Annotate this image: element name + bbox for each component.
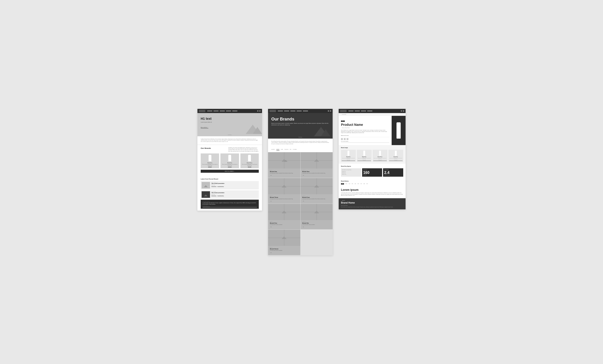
range-link[interactable]: Learn more [373,160,387,161]
brand-tile-six[interactable]: SCOTLAND Brand Six Lorem ipsum dolor sit… [301,204,333,229]
year-1922[interactable]: 1922 [349,183,350,184]
range-bottle [395,151,397,156]
year-2020[interactable]: 2020 [366,183,368,184]
brands-description: Vestibulum rutrum quam vitae fringilla t… [228,147,259,152]
svg-marker-10 [314,185,319,188]
brand-tile-seven[interactable]: IRELAND Brand Seven Lorem ipsum dolor si… [268,230,300,255]
nav-link[interactable] [284,111,289,112]
brand-tile-three[interactable]: IRELAND Brand Three Lorem ipsum dolor si… [268,178,300,204]
menu-icon[interactable] [330,110,331,112]
tile-arrow[interactable]: → [302,226,331,228]
nav-link[interactable] [297,111,302,112]
year-1960[interactable]: 1960 [358,183,359,184]
archive-link-2[interactable]: Go to reporting archive → [217,195,224,196]
tile-arrow[interactable]: → [270,252,299,254]
brand-card-two[interactable]: Brand Two This is a very short descripti… [220,153,239,168]
brand-card-one[interactable]: Brand One This is a very short descripti… [201,153,219,168]
range-link[interactable]: Learn more [389,160,403,161]
tile-arrow[interactable]: → [270,200,299,202]
brand-image-five [268,204,300,220]
press-read: Read press release → [203,205,257,206]
tab-tequila[interactable]: TEQUILA [284,148,288,151]
tile-name: Brand Six [302,222,331,224]
nav-link[interactable] [361,111,366,112]
range-card-two[interactable]: Brand Two This is a very short descripti… [357,150,372,162]
nav-link[interactable] [290,111,295,112]
nav-link[interactable] [213,111,219,112]
left-hero: H1 text Lorem ipsum dolor sit Maecis add… [197,113,262,136]
press-archive-link[interactable]: Go to press release archive → [203,206,257,207]
download-link-2[interactable]: Download report → [211,195,217,196]
year-1932[interactable]: 1932 [352,183,353,184]
nav-link[interactable] [348,111,354,112]
brand-link[interactable]: Learn more [208,166,212,167]
menu-icon[interactable] [259,110,261,112]
brand-tile-content: IRELAND Brand Three Lorem ipsum dolor si… [268,194,300,204]
additional-info[interactable]: Additional information [341,135,389,137]
menu-icon[interactable] [403,110,404,112]
product-origin: ← Brand to Brand Name [341,127,389,128]
brand-card-three[interactable]: Brand Three This is a very short descrip… [240,153,259,168]
brand-desc: This is a very short description. No mor… [221,164,238,166]
tile-arrow[interactable]: → [302,174,331,176]
tab-rum[interactable]: RUM [281,148,283,151]
market-three: Market Three [342,174,360,175]
breadcrumb-back[interactable]: ← Our Brands [341,114,346,115]
download-link[interactable]: Download report → [211,186,217,187]
brand-tile-four[interactable]: SCOTLAND Brand Four Lorem ipsum dolor si… [301,178,333,204]
mountain-icon-7 [281,236,288,239]
tab-whisky[interactable]: WHISKY [271,148,275,151]
history-label: Brand History [341,180,403,182]
nav-link[interactable] [278,111,283,112]
tile-desc: Lorem ipsum dolor sit amet, consectetur.… [302,173,331,174]
tile-arrow[interactable]: → [302,200,331,202]
nav-link[interactable] [226,111,231,112]
tile-arrow[interactable]: → [270,226,299,228]
tile-name: Brand Two [302,171,331,172]
brand-tile-one[interactable]: IRELAND Brand One Lorem ipsum dolor sit … [268,152,300,178]
view-all-button[interactable]: VIEW FULL BRANDS → [201,170,259,173]
product-bottle-area [392,116,406,145]
tab-gin[interactable]: GIN [290,148,291,151]
brand-link[interactable]: Learn more [248,166,251,167]
fy-label: FY 2017/2018 [384,170,402,171]
nav-link[interactable] [220,111,225,112]
year-1935[interactable]: 1935 [354,183,356,184]
tile-arrow[interactable]: → [270,174,299,176]
instagram-icon[interactable] [344,138,346,140]
tab-wines[interactable]: WINES [276,148,279,151]
search-icon[interactable] [257,110,258,112]
brands-grid: IRELAND Brand One Lorem ipsum dolor sit … [268,152,333,255]
hero-cta[interactable]: Maecis address → [201,127,208,128]
brand-tile-five[interactable]: IRELAND Brand Five Lorem ipsum dolor sit… [268,204,300,229]
search-icon[interactable] [328,110,329,112]
go-to-brand[interactable]: Go to brand website → [341,141,389,143]
range-link[interactable]: Learn more [358,160,371,161]
brand-tile-two[interactable]: SCOTLAND Brand Two Lorem ipsum dolor sit… [301,152,333,178]
hero-subtitle: Mauris non tempor quam, et lacinia sapie… [271,123,329,126]
year-1988[interactable]: 1988 [363,183,365,184]
brand-image-six [301,204,333,220]
range-card-four[interactable]: Brand Four This is a very short descript… [388,150,403,162]
range-card-three[interactable]: Brand Three This is a very short descrip… [372,150,387,162]
nav-link[interactable] [232,111,237,112]
facebook-icon[interactable] [341,138,343,140]
year-1976[interactable]: 1976 [360,183,362,184]
nav-link[interactable] [367,111,372,112]
search-icon[interactable] [401,110,402,112]
nav-link[interactable] [355,111,360,112]
range-card-one[interactable]: Brand One This is a very short descripti… [341,150,356,162]
year-1848[interactable]: 1848 [341,183,344,184]
nav-link[interactable] [207,111,212,112]
tab-cognac[interactable]: COGNAC [293,148,297,151]
range-desc: This is a very short description. No mor… [389,158,403,159]
twitter-icon[interactable] [347,138,348,140]
hero-h1: Our Brands [271,117,329,122]
svg-marker-8 [314,159,319,162]
brand-link[interactable]: Learn more [228,166,231,167]
year-1900s[interactable]: 1900s [345,183,347,184]
archive-link[interactable]: Go to reporting archive → [217,186,224,187]
figures-grid: Main Markets for Brand Name Market One M… [341,168,403,177]
range-link[interactable]: Learn more [342,160,355,161]
nav-link[interactable] [303,111,308,112]
